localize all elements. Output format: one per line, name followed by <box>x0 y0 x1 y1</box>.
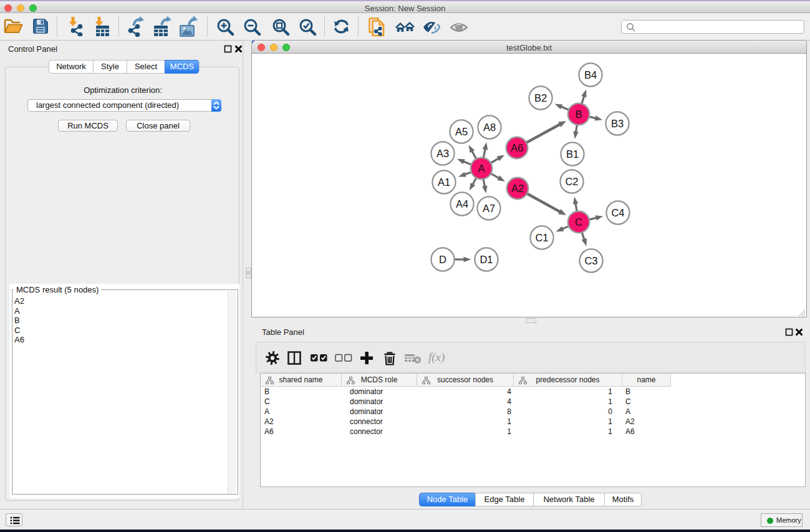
svg-text:B4: B4 <box>584 69 597 80</box>
svg-text:B2: B2 <box>534 92 547 104</box>
svg-text:B: B <box>575 109 582 120</box>
svg-text:A6: A6 <box>511 142 523 153</box>
svg-text:D1: D1 <box>480 254 493 265</box>
svg-text:A1: A1 <box>438 177 450 188</box>
svg-text:C: C <box>575 216 582 228</box>
svg-text:A3: A3 <box>436 148 449 159</box>
svg-text:A5: A5 <box>455 126 468 137</box>
svg-text:D: D <box>439 254 446 265</box>
svg-text:B3: B3 <box>611 118 624 129</box>
svg-text:A2: A2 <box>511 183 524 194</box>
svg-text:A4: A4 <box>456 198 468 210</box>
svg-text:B1: B1 <box>566 148 579 160</box>
svg-text:A: A <box>478 163 485 174</box>
svg-text:A7: A7 <box>483 203 495 214</box>
svg-text:C3: C3 <box>584 255 597 266</box>
svg-text:C2: C2 <box>565 176 578 187</box>
svg-text:C4: C4 <box>611 207 624 218</box>
svg-text:A8: A8 <box>483 122 496 133</box>
svg-text:C1: C1 <box>535 232 548 243</box>
